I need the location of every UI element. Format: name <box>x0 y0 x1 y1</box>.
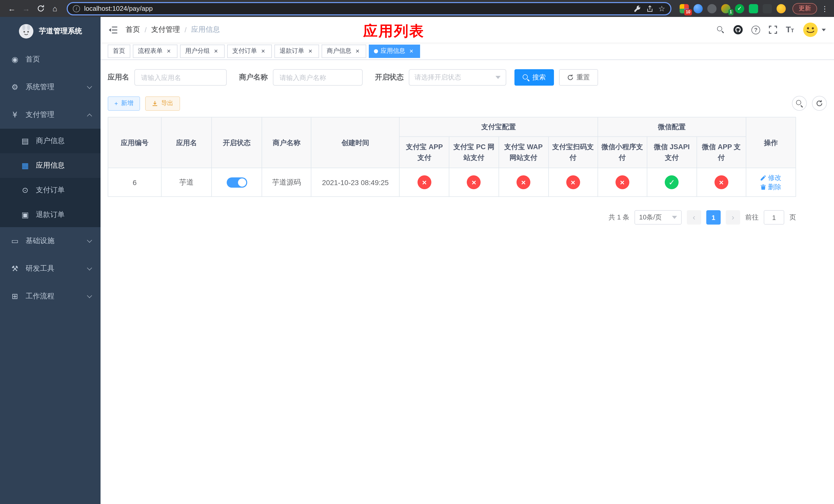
tools-icon: ⚒ <box>10 264 20 273</box>
extension-wechat-icon[interactable] <box>749 4 758 13</box>
profile-badge: 1 <box>728 9 733 15</box>
download-icon <box>152 100 158 107</box>
active-tab-dot <box>374 49 378 53</box>
browser-back-button[interactable]: ← <box>5 2 19 15</box>
export-button-label: 导出 <box>161 99 173 108</box>
back-icon: ← <box>8 4 16 13</box>
sidebar-item-label: 研发工具 <box>26 264 82 273</box>
add-button-label: 新增 <box>121 99 133 108</box>
tab-label: 应用信息 <box>380 47 405 55</box>
tab-label: 首页 <box>113 47 125 55</box>
sidebar: 芋道管理系统 ◉ 首页 ⚙ 系统管理 ¥ 支付管理 <box>0 17 101 504</box>
merchant-name-input[interactable] <box>273 69 363 86</box>
extensions-area: 10 1 ✓ <box>680 4 786 13</box>
github-icon[interactable] <box>733 25 743 35</box>
table-row: 6 芋道 芋道源码 2021-10-23 08:49:25 × × × × × <box>108 168 796 197</box>
check-icon: ✓ <box>735 4 744 13</box>
add-button[interactable]: + 新增 <box>108 96 140 111</box>
delete-link[interactable]: 删除 <box>761 182 782 191</box>
tab-merchant-info[interactable]: 商户信息 × <box>322 44 366 58</box>
status-select[interactable]: 请选择开启状态 <box>409 69 506 86</box>
sidebar-item-workflow[interactable]: ⊞ 工作流程 <box>0 282 101 310</box>
col-header-alipay-qr: 支付宝扫码支付 <box>548 137 597 168</box>
extension-pin-icon[interactable] <box>763 4 772 13</box>
url-text[interactable]: localhost:1024/pay/app <box>84 5 153 12</box>
col-header-wechat-app: 微信 APP 支付 <box>697 137 746 168</box>
toggle-search-button[interactable] <box>792 96 807 111</box>
app-logo[interactable]: 芋道管理系统 <box>0 17 101 46</box>
edit-link[interactable]: 修改 <box>761 173 782 182</box>
share-icon[interactable] <box>646 5 653 12</box>
extension-green-check-icon[interactable]: ✓ <box>735 4 744 13</box>
export-button[interactable]: 导出 <box>145 96 180 111</box>
breadcrumb-home[interactable]: 首页 <box>126 25 140 35</box>
profile-avatar-icon[interactable]: 1 <box>721 4 730 13</box>
sidebar-item-pay-order[interactable]: ⊙ 支付订单 <box>0 178 101 203</box>
font-size-icon[interactable]: TT <box>786 26 794 34</box>
site-info-icon[interactable]: i <box>73 5 80 12</box>
page-size-select[interactable]: 10条/页 <box>635 210 682 225</box>
close-icon[interactable]: × <box>260 47 267 54</box>
status-disabled-icon: × <box>467 175 481 189</box>
extension-drop-icon[interactable] <box>694 4 703 13</box>
address-bar[interactable]: i localhost:1024/pay/app ☆ <box>67 2 672 15</box>
trash-icon <box>761 184 767 190</box>
browser-update-button[interactable]: 更新 <box>792 3 817 14</box>
sidebar-item-system[interactable]: ⚙ 系统管理 <box>0 73 101 101</box>
sidebar-item-home[interactable]: ◉ 首页 <box>0 46 101 73</box>
sidebar-toggle-button[interactable] <box>109 26 117 33</box>
extension-face-icon[interactable] <box>776 4 786 13</box>
refresh-table-button[interactable] <box>812 96 827 111</box>
goto-page-input[interactable] <box>764 210 784 225</box>
search-button[interactable]: 搜索 <box>514 69 554 86</box>
reset-button-label: 重置 <box>576 73 590 82</box>
sidebar-item-app-info[interactable]: ▦ 应用信息 <box>0 153 101 178</box>
sidebar-item-label: 支付订单 <box>36 186 91 195</box>
next-page-button[interactable]: › <box>726 210 740 225</box>
extension-grid-icon[interactable]: 10 <box>680 4 689 13</box>
sidebar-item-infra[interactable]: ▭ 基础设施 <box>0 227 101 255</box>
browser-forward-button[interactable]: → <box>20 2 33 15</box>
close-icon[interactable]: × <box>307 47 314 54</box>
app-name-input[interactable] <box>134 69 227 86</box>
close-icon[interactable]: × <box>354 47 361 54</box>
status-toggle[interactable] <box>226 177 247 187</box>
browser-reload-button[interactable] <box>34 2 47 15</box>
bookmark-star-icon[interactable]: ☆ <box>658 5 665 12</box>
fullscreen-icon[interactable] <box>769 26 777 34</box>
close-icon[interactable]: × <box>212 47 220 54</box>
tab-app-info[interactable]: 应用信息 × <box>369 44 420 58</box>
tab-process-form[interactable]: 流程表单 × <box>133 44 177 58</box>
sidebar-item-refund-order[interactable]: ▣ 退款订单 <box>0 203 101 227</box>
browser-home-button[interactable]: ⌂ <box>48 2 62 15</box>
cell-app-name: 芋道 <box>161 168 212 197</box>
prev-page-button[interactable]: ‹ <box>687 210 701 225</box>
sidebar-item-payment[interactable]: ¥ 支付管理 <box>0 101 101 129</box>
status-label: 开启状态 <box>375 73 404 82</box>
col-header-alipay-app: 支付宝 APP 支付 <box>399 137 449 168</box>
extension-dark-icon[interactable] <box>707 4 717 13</box>
breadcrumb-section[interactable]: 支付管理 <box>151 25 180 35</box>
sidebar-item-merchant-info[interactable]: ▤ 商户信息 <box>0 129 101 153</box>
tab-pay-order[interactable]: 支付订单 × <box>227 44 272 58</box>
info-glyph: i <box>76 6 77 11</box>
reset-button[interactable]: 重置 <box>559 69 598 86</box>
user-menu[interactable] <box>803 22 826 38</box>
close-icon[interactable]: × <box>408 47 415 54</box>
tab-home[interactable]: 首页 <box>108 44 130 58</box>
page-1-button[interactable]: 1 <box>706 210 721 225</box>
browser-menu-button[interactable]: ⋮ <box>821 4 829 13</box>
close-icon[interactable]: × <box>165 47 172 54</box>
password-key-icon[interactable] <box>634 5 641 12</box>
dashboard-icon: ◉ <box>10 55 20 64</box>
cell-alipay-pc: × <box>449 168 499 197</box>
cell-wechat-app: × <box>697 168 746 197</box>
search-icon[interactable] <box>717 26 725 33</box>
tab-refund-order[interactable]: 退款订单 × <box>275 44 319 58</box>
help-icon[interactable]: ? <box>751 25 760 34</box>
tab-user-group[interactable]: 用户分组 × <box>180 44 225 58</box>
sidebar-item-devtools[interactable]: ⚒ 研发工具 <box>0 255 101 282</box>
page-size-value: 10条/页 <box>639 213 662 222</box>
chevron-down-icon <box>496 76 501 79</box>
pencil-icon <box>761 175 767 181</box>
